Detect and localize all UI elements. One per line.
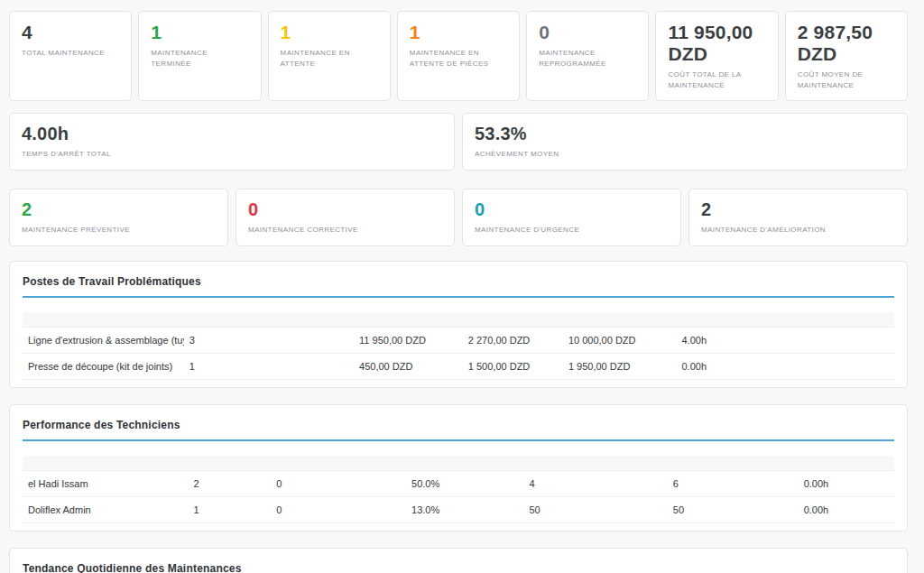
table-row: el Hadi Issam 2 0 50.0% 4 6 0.00h (23, 470, 894, 496)
stat-card: 1 MAINTENANCE EN ATTENTE (268, 11, 391, 101)
cell-actions-cost: 2 270,00 DZD (463, 327, 563, 353)
technicians-table-body: el Hadi Issam 2 0 50.0% 4 6 0.00h Dolifl… (23, 470, 894, 522)
cell-workstation: Ligne d'extrusion & assemblage (tuyau) (23, 327, 184, 353)
table-header-row (23, 456, 894, 471)
stat-value: 4 (22, 22, 119, 43)
section-problematic-workstations: Postes de Travail Problématiques Ligne d… (9, 261, 908, 388)
cell-downtime: 4.00h (676, 327, 894, 353)
technicians-table: el Hadi Issam 2 0 50.0% 4 6 0.00h Dolifl… (23, 456, 894, 523)
stats-row-secondary: 4.00h TEMPS D'ARRÊT TOTAL 53.3% ACHÈVEME… (9, 113, 908, 171)
workstations-table-head (23, 312, 894, 328)
cell-total-actions: 50 (523, 496, 667, 522)
section-title-trend: Tendance Quotidienne des Maintenances (23, 562, 894, 573)
stat-label: MAINTENANCE EN ATTENTE (281, 48, 378, 69)
stat-label: ACHÈVEMENT MOYEN (475, 149, 895, 160)
cell-total-cost: 1 950,00 DZD (563, 353, 677, 379)
stat-card: 2 MAINTENANCE D'AMÉLIORATION (688, 189, 908, 246)
column-header (189, 456, 272, 471)
column-header (563, 312, 677, 328)
stat-value: 0 (248, 199, 442, 220)
column-header (668, 456, 799, 471)
stat-card: 0 MAINTENANCE CORRECTIVE (236, 189, 455, 246)
column-header (799, 456, 894, 471)
column-header (406, 456, 523, 471)
stat-card: 2 MAINTENANCE PRÉVENTIVE (9, 189, 228, 246)
table-header-row (23, 312, 894, 328)
cell-downtime: 0.00h (799, 470, 894, 496)
table-row: Ligne d'extrusion & assemblage (tuyau) 3… (23, 327, 894, 353)
section-title-workstations: Postes de Travail Problématiques (23, 275, 894, 298)
cell-parts-cost: 11 950,00 DZD (354, 327, 463, 353)
stat-value: 1 (151, 22, 248, 43)
stat-value: 0 (475, 199, 669, 220)
column-header (23, 312, 184, 328)
stats-row-types: 2 MAINTENANCE PRÉVENTIVE 0 MAINTENANCE C… (9, 189, 908, 246)
cell-parts-cost: 450,00 DZD (354, 353, 463, 379)
stat-label: COÛT MOYEN DE MAINTENANCE (798, 69, 895, 90)
stat-card: 11 950,00 DZD COÛT TOTAL DE LA MAINTENAN… (655, 11, 778, 101)
cell-total-actions: 4 (523, 470, 667, 496)
column-header (676, 312, 894, 328)
stat-value: 4.00h (22, 124, 442, 144)
stat-label: MAINTENANCE D'URGENCE (475, 225, 669, 236)
cell-maintenance-count: 2 (189, 470, 272, 496)
column-header (23, 456, 189, 471)
stat-label: MAINTENANCE CORRECTIVE (248, 225, 442, 236)
stat-value: 2 (22, 199, 216, 220)
stat-card: 2 987,50 DZD COÛT MOYEN DE MAINTENANCE (785, 11, 908, 101)
cell-total-checkpoints: 6 (668, 470, 799, 496)
column-header (463, 312, 563, 328)
column-header (523, 456, 667, 471)
stat-card: 53.3% ACHÈVEMENT MOYEN (462, 113, 908, 171)
cell-completed: 0 (271, 470, 406, 496)
cell-avg-completion: 50.0% (406, 470, 523, 496)
stat-card: 1 MAINTENANCE EN ATTENTE DE PIÈCES (397, 11, 520, 101)
stats-row-primary: 4 TOTAL MAINTENANCE 1 MAINTENANCE TERMIN… (9, 11, 908, 101)
column-header (184, 312, 354, 328)
cell-technician: Doliflex Admin (23, 496, 189, 522)
stat-label: MAINTENANCE PRÉVENTIVE (22, 225, 216, 236)
stat-card: 4.00h TEMPS D'ARRÊT TOTAL (9, 113, 455, 171)
table-row: Presse de découpe (kit de joints) 1 450,… (23, 353, 894, 379)
stat-card: 1 MAINTENANCE TERMINÉE (138, 11, 261, 101)
workstations-table-body: Ligne d'extrusion & assemblage (tuyau) 3… (23, 327, 894, 379)
technicians-table-head (23, 456, 894, 471)
cell-completed: 0 (271, 496, 406, 522)
stat-label: COÛT TOTAL DE LA MAINTENANCE (668, 69, 765, 90)
stat-value: 2 (701, 199, 895, 220)
workstations-table: Ligne d'extrusion & assemblage (tuyau) 3… (23, 312, 894, 380)
stat-label: MAINTENANCE TERMINÉE (151, 48, 248, 69)
stat-card: 4 TOTAL MAINTENANCE (9, 11, 132, 101)
stat-label: MAINTENANCE REPROGRAMMÉE (539, 48, 636, 69)
column-header (354, 312, 463, 328)
stat-card: 0 MAINTENANCE REPROGRAMMÉE (526, 11, 649, 101)
stat-value: 11 950,00 DZD (668, 22, 765, 65)
stat-label: MAINTENANCE D'AMÉLIORATION (701, 225, 895, 236)
cell-downtime: 0.00h (799, 496, 894, 522)
section-daily-trend: Tendance Quotidienne des Maintenances (9, 548, 908, 573)
stat-card: 0 MAINTENANCE D'URGENCE (462, 189, 681, 246)
cell-total-checkpoints: 50 (668, 496, 799, 522)
stat-label: TEMPS D'ARRÊT TOTAL (22, 149, 442, 160)
stat-label: TOTAL MAINTENANCE (22, 48, 119, 59)
cell-technician: el Hadi Issam (23, 470, 189, 496)
table-row: Doliflex Admin 1 0 13.0% 50 50 0.00h (23, 496, 894, 522)
cell-maintenance-count: 1 (189, 496, 272, 522)
cell-avg-completion: 13.0% (406, 496, 523, 522)
section-title-technicians: Performance des Techniciens (23, 419, 894, 441)
cell-maintenance-count: 1 (184, 353, 354, 379)
cell-maintenance-count: 3 (184, 327, 354, 353)
stat-label: MAINTENANCE EN ATTENTE DE PIÈCES (410, 48, 507, 69)
section-technician-performance: Performance des Techniciens el Hadi Issa… (9, 404, 908, 531)
cell-actions-cost: 1 500,00 DZD (463, 353, 563, 379)
cell-workstation: Presse de découpe (kit de joints) (23, 353, 184, 379)
stat-value: 1 (410, 22, 507, 43)
stat-value: 53.3% (475, 124, 895, 144)
stat-value: 2 987,50 DZD (798, 22, 895, 65)
maintenance-dashboard-page: 4 TOTAL MAINTENANCE 1 MAINTENANCE TERMIN… (0, 0, 915, 573)
stat-value: 1 (281, 22, 378, 43)
column-header (271, 456, 406, 471)
cell-total-cost: 10 000,00 DZD (563, 327, 677, 353)
cell-downtime: 0.00h (676, 353, 894, 379)
stat-value: 0 (539, 22, 636, 43)
